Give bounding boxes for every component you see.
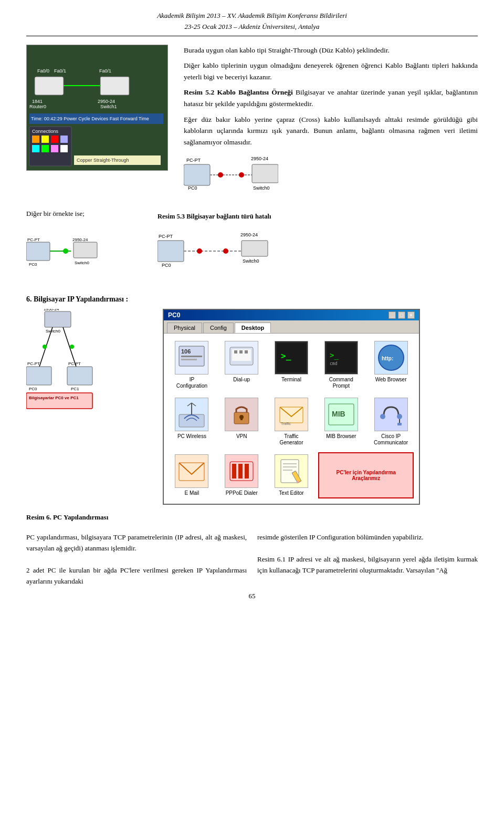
page-number: 65 bbox=[26, 592, 478, 600]
pt-topology-image: Fa0/0 Fa0/1 1841 Router0 Fa0/1 2950-24 S… bbox=[26, 45, 168, 171]
tab-config[interactable]: Config bbox=[203, 323, 234, 333]
svg-text:Fa0/1: Fa0/1 bbox=[54, 68, 66, 74]
resim6-para1-right: resimde gösterilen IP Configuration bölü… bbox=[257, 532, 478, 543]
network-topology-sec6: 1950-24 Switch0 PC-PT PC0 PC-PT PC1 Bilg… bbox=[26, 309, 94, 414]
minimize-button[interactable]: _ bbox=[388, 311, 396, 319]
svg-rect-21 bbox=[51, 145, 58, 152]
pc0-tabs: Physical Config Desktop bbox=[164, 320, 419, 334]
app-terminal[interactable]: >_ Terminal bbox=[269, 339, 314, 391]
svg-text:MIB: MIB bbox=[332, 410, 345, 418]
svg-text:Switch1: Switch1 bbox=[100, 104, 117, 109]
svg-rect-7 bbox=[100, 77, 129, 95]
app-pppoe-label: PPPoE Dialer bbox=[226, 490, 258, 496]
svg-line-84 bbox=[187, 403, 192, 406]
bottom-col-left: PC yapılandırması, bilgisayara TCP param… bbox=[26, 532, 247, 587]
close-button[interactable]: × bbox=[407, 311, 415, 319]
svg-rect-82 bbox=[179, 414, 204, 427]
svg-text:Fa0/0: Fa0/0 bbox=[37, 68, 49, 74]
svg-text:106: 106 bbox=[181, 348, 191, 355]
mib-icon: MIB bbox=[327, 400, 356, 429]
text-editor-icon bbox=[277, 456, 306, 486]
maximize-button[interactable]: □ bbox=[398, 311, 405, 319]
app-traffic-generator[interactable]: Traffic TrafficGenerator bbox=[269, 396, 314, 448]
app-pc-wireless[interactable]: PC Wireless bbox=[169, 396, 215, 448]
svg-point-38 bbox=[63, 248, 68, 254]
resim6-para2-left: 2 adet PC ile kurulan bir ağda PC'lere v… bbox=[26, 565, 247, 587]
app-text-label: Text Editor bbox=[279, 490, 303, 496]
svg-text:http:: http: bbox=[382, 356, 393, 361]
svg-text:PC1: PC1 bbox=[71, 387, 79, 391]
tab-desktop[interactable]: Desktop bbox=[235, 323, 271, 333]
svg-line-85 bbox=[192, 403, 196, 406]
diger-text: Diğer bir örnekte ise; bbox=[26, 210, 142, 218]
resim6-section: Resim 6. PC Yapılandırması PC yapılandır… bbox=[26, 513, 478, 587]
svg-rect-101 bbox=[245, 464, 249, 479]
svg-text:PC-PT: PC-PT bbox=[27, 237, 40, 242]
resim6-para1-left: PC yapılandırması, bilgisayara TCP param… bbox=[26, 532, 247, 554]
app-cisco-label: Cisco IPCommunicator bbox=[374, 433, 408, 446]
app-command-prompt[interactable]: >_ cmd CommandPrompt bbox=[318, 339, 364, 391]
svg-rect-25 bbox=[184, 164, 210, 185]
resim6-para2-right: Resim 6.1 IP adresi ve alt ağ maskesi, b… bbox=[257, 554, 478, 576]
app-mib-label: MIB Browser bbox=[326, 433, 356, 440]
svg-rect-61 bbox=[67, 367, 92, 385]
app-wireless-label: PC Wireless bbox=[177, 433, 206, 440]
app-text-editor[interactable]: Text Editor bbox=[269, 452, 314, 498]
svg-text:PC-PT: PC-PT bbox=[186, 158, 201, 163]
titlebar-controls[interactable]: _ □ × bbox=[388, 311, 415, 319]
section6-left-diagram: 1950-24 Switch0 PC-PT PC0 PC-PT PC1 Bilg… bbox=[26, 309, 94, 505]
svg-rect-19 bbox=[32, 145, 39, 152]
dialup-icon bbox=[227, 343, 256, 372]
resim53-section: Resim 5.3 Bilgisayar bağlantı türü hatal… bbox=[158, 210, 478, 285]
app-terminal-label: Terminal bbox=[281, 377, 301, 383]
pc0-window: PC0 _ □ × Physical Config Desktop bbox=[163, 309, 420, 505]
terminal-icon: >_ bbox=[277, 343, 306, 372]
para-straight-through: Burada uygun olan kablo tipi Straight-Th… bbox=[184, 45, 478, 56]
app-cisco-ip[interactable]: Cisco IPCommunicator bbox=[368, 396, 414, 448]
svg-text:PC-PT: PC-PT bbox=[68, 361, 81, 366]
svg-text:PC0: PC0 bbox=[188, 185, 197, 191]
app-vpn[interactable]: VPN bbox=[219, 396, 265, 448]
pppoe-icon bbox=[227, 456, 256, 486]
app-browser-label: Web Browser bbox=[375, 377, 407, 383]
tab-physical[interactable]: Physical bbox=[167, 323, 202, 333]
svg-text:Switch0: Switch0 bbox=[243, 258, 259, 264]
svg-rect-68 bbox=[181, 356, 202, 357]
app-vpn-label: VPN bbox=[236, 433, 247, 440]
svg-text:Fa0/1: Fa0/1 bbox=[99, 68, 111, 74]
svg-rect-39 bbox=[74, 242, 97, 258]
svg-text:Switch0: Switch0 bbox=[253, 185, 270, 191]
cmd-icon: >_ cmd bbox=[327, 343, 356, 372]
svg-point-46 bbox=[197, 248, 202, 254]
app-web-browser[interactable]: http: Web Browser bbox=[368, 339, 414, 391]
app-pppoe-dialer[interactable]: PPPoE Dialer bbox=[219, 452, 265, 498]
email-icon bbox=[177, 456, 206, 486]
svg-rect-34 bbox=[26, 242, 50, 261]
header-line2: 23-25 Ocak 2013 – Akdeniz Üniversitesi, … bbox=[26, 22, 478, 33]
cisco-icon bbox=[376, 400, 406, 429]
svg-rect-96 bbox=[397, 423, 402, 425]
svg-rect-48 bbox=[242, 241, 268, 256]
app-ip-configuration[interactable]: 106 IPConfiguration bbox=[169, 339, 215, 391]
resim53-diagram: PC-PT PC0 2950-24 Switch0 bbox=[158, 225, 320, 283]
svg-point-94 bbox=[397, 414, 402, 419]
page-header: Akademik Bilişim 2013 – XV. Akademik Bil… bbox=[26, 11, 478, 36]
svg-rect-51 bbox=[45, 311, 71, 327]
svg-text:PC0: PC0 bbox=[29, 262, 37, 267]
svg-text:PC0: PC0 bbox=[29, 387, 37, 391]
app-cmd-label: CommandPrompt bbox=[329, 377, 353, 389]
svg-text:>_: >_ bbox=[281, 351, 291, 361]
app-email[interactable]: E Mail bbox=[169, 452, 215, 498]
bottom-text-section: PC yapılandırması, bilgisayara TCP param… bbox=[26, 532, 478, 587]
cross-cable-diagram: PC-PT PC0 2950-24 Switch0 bbox=[184, 154, 478, 201]
middle-section: Diğer bir örnekte ise; PC-PT PC0 2950-24… bbox=[26, 210, 478, 285]
svg-rect-100 bbox=[238, 464, 243, 479]
app-dialup[interactable]: Dial-up bbox=[219, 339, 265, 391]
top-right-text: Burada uygun olan kablo tipi Straight-Th… bbox=[184, 45, 478, 202]
app-mib-browser[interactable]: MIB MIB Browser bbox=[318, 396, 364, 448]
bottom-col-right: resimde gösterilen IP Configuration bölü… bbox=[257, 532, 478, 587]
pc-tools-highlight: PC'ler için Yapılandırma Araçlarımız bbox=[318, 452, 414, 498]
vpn-icon bbox=[227, 400, 256, 429]
pc0-desktop-content: 106 IPConfiguration bbox=[164, 334, 419, 504]
svg-rect-15 bbox=[32, 136, 39, 143]
